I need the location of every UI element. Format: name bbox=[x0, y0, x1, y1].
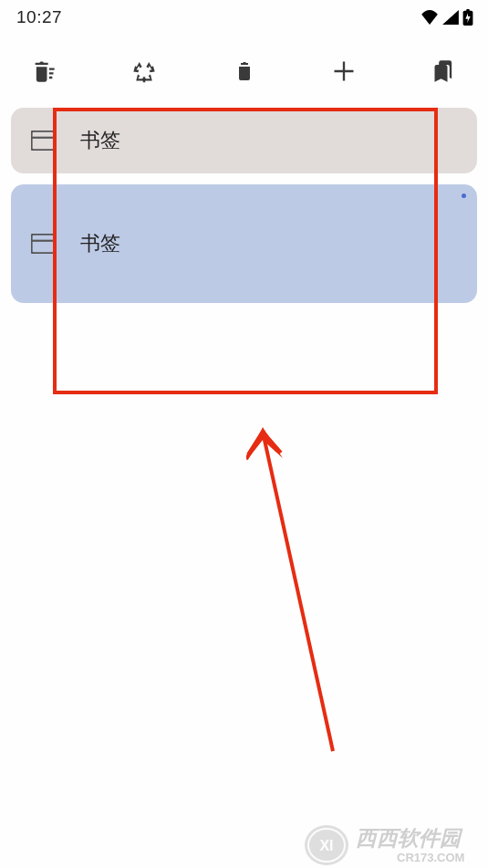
svg-marker-7 bbox=[248, 432, 277, 455]
delete-sweep-icon bbox=[30, 58, 57, 84]
svg-rect-1 bbox=[466, 9, 470, 12]
restore-trash-icon bbox=[234, 58, 255, 84]
web-page-icon bbox=[31, 234, 55, 254]
annotation-arrow bbox=[246, 391, 347, 756]
svg-line-6 bbox=[263, 432, 333, 751]
web-page-icon bbox=[31, 131, 55, 151]
add-button[interactable] bbox=[326, 53, 362, 89]
list-item[interactable]: 书签 bbox=[11, 184, 477, 303]
status-icons bbox=[421, 9, 473, 26]
battery-icon bbox=[462, 9, 473, 26]
cell-signal-icon bbox=[442, 10, 459, 25]
status-time: 10:27 bbox=[16, 7, 62, 27]
watermark-url: CR173.COM bbox=[397, 851, 464, 864]
svg-point-9 bbox=[305, 825, 348, 865]
toolbar bbox=[0, 31, 488, 108]
bookmarks-button[interactable] bbox=[426, 53, 462, 89]
svg-line-8 bbox=[259, 409, 263, 432]
watermark: XI 西西软件园 CR173.COM bbox=[301, 822, 488, 868]
recycle-button[interactable] bbox=[126, 53, 162, 89]
unread-dot-icon bbox=[462, 193, 466, 198]
svg-rect-4 bbox=[32, 235, 55, 254]
watermark-brand: 西西软件园 bbox=[356, 826, 463, 850]
restore-trash-button[interactable] bbox=[226, 53, 263, 89]
list-item-label: 书签 bbox=[80, 230, 120, 257]
list-item[interactable]: 书签 bbox=[11, 108, 477, 173]
bookmarks-icon bbox=[431, 58, 457, 84]
delete-sweep-button[interactable] bbox=[26, 53, 62, 89]
list-item-label: 书签 bbox=[80, 127, 120, 154]
add-icon bbox=[331, 58, 357, 84]
svg-rect-2 bbox=[32, 131, 55, 151]
status-bar: 10:27 bbox=[0, 0, 488, 31]
wifi-icon bbox=[421, 10, 439, 25]
svg-point-10 bbox=[308, 829, 345, 862]
recycle-icon bbox=[131, 58, 157, 84]
bookmark-list: 书签 书签 bbox=[0, 108, 488, 303]
svg-text:XI: XI bbox=[319, 838, 333, 853]
